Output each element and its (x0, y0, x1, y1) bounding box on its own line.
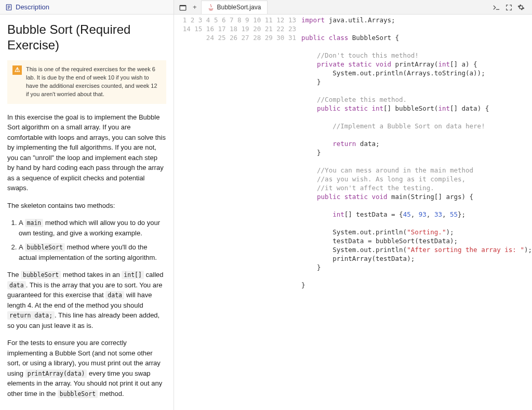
test-note-paragraph: For the tests to ensure you are correctl… (7, 338, 166, 399)
editor-panel: + BubbleSort.java 1 2 3 4 5 6 7 8 9 10 1… (174, 0, 532, 410)
description-icon (5, 4, 12, 11)
tab-label: BubbleSort.java (217, 4, 261, 11)
line-gutter: 1 2 3 4 5 6 7 8 9 10 11 12 13 14 15 16 1… (174, 16, 301, 410)
page-title: Bubble Sort (Required Exercise) (7, 22, 166, 53)
list-item: A main method which will allow you to do… (19, 218, 166, 238)
warning-callout: ⚠ This is one of the required exercises … (7, 60, 166, 104)
code-bubblesort: bubbleSort (25, 243, 65, 252)
tab-bar: + BubbleSort.java (174, 0, 532, 15)
java-file-icon (208, 4, 214, 11)
skeleton-paragraph: The skeleton contains two methods: (7, 201, 166, 211)
description-header[interactable]: Description (0, 0, 174, 15)
svg-rect-5 (180, 6, 186, 10)
code-main: main (25, 219, 44, 227)
intro-paragraph: In this exercise the goal is to implemen… (7, 112, 166, 193)
list-item: A bubbleSort method where you'll do the … (19, 242, 166, 262)
console-icon[interactable] (493, 3, 500, 11)
warning-text: This is one of the required exercises fo… (26, 65, 160, 99)
terminal-icon[interactable] (177, 3, 189, 11)
warning-icon: ⚠ (12, 65, 22, 75)
code-content[interactable]: import java.util.Arrays; public class Bu… (301, 16, 532, 410)
method-detail-paragraph: The bubbleSort method takes in an int[] … (7, 270, 166, 330)
method-list: A main method which will allow you to do… (7, 218, 166, 262)
description-header-label: Description (16, 3, 49, 11)
plus-icon[interactable]: + (191, 3, 199, 11)
code-editor[interactable]: 1 2 3 4 5 6 7 8 9 10 11 12 13 14 15 16 1… (174, 15, 532, 410)
fullscreen-icon[interactable] (506, 3, 512, 11)
description-panel: Description Bubble Sort (Required Exerci… (0, 0, 174, 410)
description-body: Bubble Sort (Required Exercise) ⚠ This i… (0, 15, 174, 410)
gear-icon[interactable] (517, 3, 525, 11)
tab-active[interactable]: BubbleSort.java (201, 1, 268, 14)
